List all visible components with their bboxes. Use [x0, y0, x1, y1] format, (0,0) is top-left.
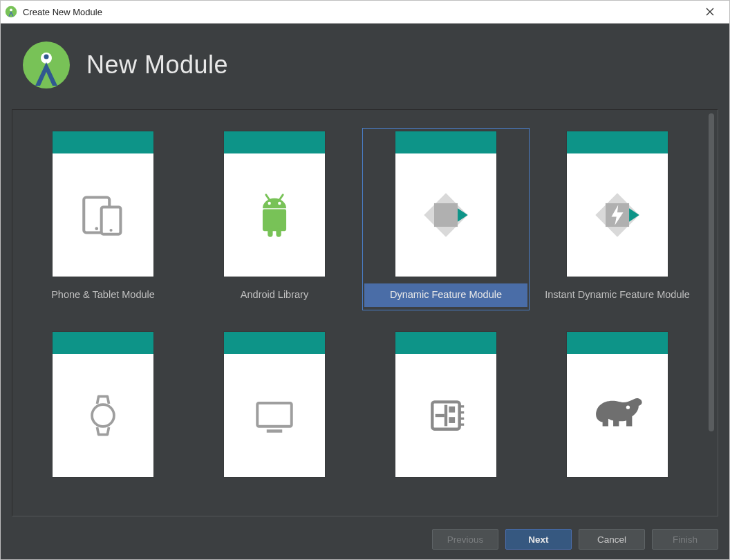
scrollbar-thumb[interactable] — [709, 113, 714, 431]
svg-point-14 — [268, 202, 270, 205]
svg-marker-23 — [607, 193, 627, 203]
dialog-body: New Module — [1, 24, 729, 559]
svg-marker-17 — [436, 193, 456, 203]
phone-tablet-icon — [77, 189, 129, 241]
module-option-android-library[interactable]: Android Library — [191, 129, 357, 310]
svg-rect-36 — [449, 417, 455, 423]
module-option-label: Instant Dynamic Feature Module — [536, 283, 699, 307]
svg-rect-16 — [434, 203, 458, 227]
svg-point-41 — [626, 406, 630, 409]
module-option-label — [193, 484, 356, 507]
android-studio-logo — [21, 40, 71, 90]
svg-rect-31 — [267, 429, 283, 433]
svg-line-12 — [266, 195, 270, 200]
dialog-window: Create New Module New Module — [0, 0, 730, 560]
svg-marker-24 — [607, 227, 627, 237]
instant-dynamic-icon — [590, 188, 644, 242]
module-option-wear[interactable] — [20, 329, 186, 510]
close-button[interactable] — [695, 2, 725, 21]
dialog-header: New Module — [1, 24, 729, 109]
module-option-things[interactable] — [363, 329, 529, 510]
module-option-label: Dynamic Feature Module — [364, 283, 527, 307]
close-icon — [706, 8, 714, 16]
dynamic-feature-icon — [419, 188, 473, 242]
svg-line-13 — [279, 195, 283, 200]
titlebar: Create New Module — [1, 1, 729, 24]
svg-rect-35 — [449, 407, 455, 413]
svg-point-6 — [95, 227, 98, 230]
page-title: New Module — [86, 50, 228, 80]
elephant-icon — [591, 389, 644, 442]
module-option-phone-tablet[interactable]: Phone & Tablet Module — [20, 129, 186, 310]
tv-icon — [250, 391, 299, 440]
previous-button[interactable]: Previous — [432, 529, 498, 550]
svg-point-4 — [44, 55, 49, 59]
module-list[interactable]: Phone & Tablet Module — [12, 109, 718, 516]
svg-marker-25 — [595, 205, 606, 225]
module-option-dynamic-feature[interactable]: Dynamic Feature Module — [363, 129, 529, 310]
svg-point-29 — [92, 404, 114, 427]
module-option-label — [364, 484, 527, 507]
watch-icon — [79, 392, 127, 439]
svg-rect-11 — [276, 229, 281, 237]
cancel-button[interactable]: Cancel — [579, 529, 645, 550]
android-studio-icon — [5, 6, 17, 18]
svg-marker-19 — [424, 205, 434, 225]
scrollbar[interactable] — [709, 113, 714, 431]
svg-rect-9 — [263, 209, 286, 231]
svg-point-8 — [109, 229, 112, 232]
module-option-label — [536, 484, 699, 507]
svg-point-15 — [278, 202, 281, 205]
module-option-label: Android Library — [193, 283, 356, 307]
things-icon — [422, 391, 470, 440]
content-panel: Phone & Tablet Module — [12, 109, 718, 516]
module-option-label: Phone & Tablet Module — [21, 283, 185, 307]
svg-marker-18 — [436, 227, 456, 237]
finish-button[interactable]: Finish — [652, 529, 718, 550]
module-option-tv[interactable] — [191, 329, 357, 510]
svg-rect-10 — [268, 229, 272, 237]
next-button[interactable]: Next — [505, 529, 572, 550]
android-icon — [247, 188, 301, 242]
svg-point-1 — [10, 8, 12, 11]
dialog-footer: Previous Next Cancel Finish — [1, 522, 729, 559]
module-option-label — [21, 484, 185, 507]
window-title: Create New Module — [23, 7, 695, 17]
module-option-import-gradle[interactable] — [534, 329, 700, 510]
svg-rect-30 — [257, 403, 292, 427]
module-option-instant-dynamic-feature[interactable]: Instant Dynamic Feature Module — [534, 129, 700, 310]
